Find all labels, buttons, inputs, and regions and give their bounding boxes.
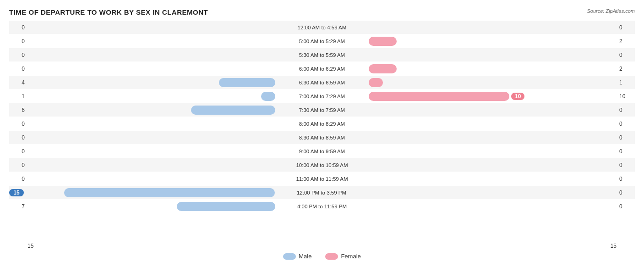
male-count: 0: [9, 176, 27, 182]
bar-section: 12:00 PM to 3:59 PM: [27, 188, 617, 197]
female-count: 1: [617, 79, 635, 86]
table-row: 0 5:00 AM to 5:29 AM 2: [9, 34, 635, 48]
female-count: 0: [617, 203, 635, 210]
male-bar: [219, 78, 275, 87]
table-row: 0 9:00 AM to 9:59 AM 0: [9, 145, 635, 158]
time-label: 6:00 AM to 6:29 AM: [276, 66, 368, 72]
table-row: 1 7:00 AM to 7:29 AM 10 10: [9, 89, 635, 103]
time-label: 5:30 AM to 5:59 AM: [276, 52, 368, 58]
bar-section: 5:00 AM to 5:29 AM: [27, 37, 617, 46]
male-bar-wrap: [27, 37, 276, 46]
female-bar-wrap: [368, 161, 617, 170]
legend-area: Male Female: [9, 253, 635, 260]
chart-title: TIME OF DEPARTURE TO WORK BY SEX IN CLAR…: [9, 8, 635, 16]
female-bar-wrap: 10: [368, 92, 617, 101]
bar-section: 4:00 PM to 11:59 PM: [27, 202, 617, 211]
bar-section: 6:00 AM to 6:29 AM: [27, 64, 617, 73]
male-bar-wrap: [27, 188, 276, 197]
legend-female: Female: [325, 253, 360, 260]
male-count: 0: [9, 52, 27, 58]
female-bar-wrap: [368, 119, 617, 128]
scale-row: 15 15: [9, 243, 635, 249]
male-bar-wrap: [27, 106, 276, 115]
male-bar-wrap: [27, 78, 276, 87]
bar-section: 7:30 AM to 7:59 AM: [27, 106, 617, 115]
female-count: 0: [617, 24, 635, 31]
source-label: Source: ZipAtlas.com: [587, 8, 635, 14]
female-bar-wrap: [368, 64, 617, 73]
male-bar-wrap: [27, 64, 276, 73]
bar-section: 8:30 AM to 8:59 AM: [27, 133, 617, 142]
time-label: 7:30 AM to 7:59 AM: [276, 107, 368, 113]
bar-section: 10:00 AM to 10:59 AM: [27, 161, 617, 170]
table-row: 0 5:30 AM to 5:59 AM 0: [9, 48, 635, 61]
female-color-swatch: [325, 253, 338, 260]
male-bar-wrap: [27, 119, 276, 128]
male-count: 1: [9, 93, 27, 100]
female-count: 0: [617, 134, 635, 141]
time-label: 4:00 PM to 11:59 PM: [276, 204, 368, 209]
female-count: 0: [617, 121, 635, 127]
male-count: 0: [9, 162, 27, 168]
male-bar: [261, 92, 275, 101]
table-row: 0 10:00 AM to 10:59 AM 0: [9, 158, 635, 172]
time-label: 8:00 AM to 8:29 AM: [276, 121, 368, 127]
female-bar-wrap: [368, 23, 617, 32]
table-row: 6 7:30 AM to 7:59 AM 0: [9, 103, 635, 117]
male-count: 0: [9, 121, 27, 127]
male-count: 0: [9, 38, 27, 45]
female-bar-wrap: [368, 133, 617, 142]
female-count: 0: [617, 189, 635, 196]
bar-section: 5:30 AM to 5:59 AM: [27, 50, 617, 60]
table-row: 0 8:30 AM to 8:59 AM 0: [9, 131, 635, 144]
female-count: 0: [617, 107, 635, 113]
female-bar-wrap: [368, 147, 617, 156]
legend-male: Male: [283, 253, 311, 260]
male-count: 0: [9, 134, 27, 141]
time-label: 12:00 PM to 3:59 PM: [276, 190, 367, 195]
female-label: Female: [341, 253, 360, 260]
female-count: 0: [617, 52, 635, 58]
male-bar-wrap: [27, 50, 276, 60]
male-bar: [191, 106, 275, 115]
time-label: 9:00 AM to 9:59 AM: [276, 149, 368, 154]
time-label: 11:00 AM to 11:59 AM: [276, 176, 368, 182]
male-bar: [177, 202, 275, 211]
chart-container: TIME OF DEPARTURE TO WORK BY SEX IN CLAR…: [0, 0, 644, 273]
female-badge-10: 10: [511, 93, 524, 100]
male-bar-wrap: [27, 174, 276, 184]
bar-section: 9:00 AM to 9:59 AM: [27, 147, 617, 156]
table-row: 15 12:00 PM to 3:59 PM 0: [9, 186, 635, 199]
female-bar-wrap: [367, 188, 617, 197]
time-label: 7:00 AM to 7:29 AM: [276, 94, 368, 99]
time-label: 12:00 AM to 4:59 AM: [276, 25, 368, 30]
table-row: 0 11:00 AM to 11:59 AM 0: [9, 172, 635, 185]
male-bar-wrap: [27, 133, 276, 142]
scale-left: 15: [27, 243, 33, 249]
female-bar-wrap: [368, 202, 617, 211]
male-count: 0: [9, 24, 27, 31]
male-count: 0: [9, 66, 27, 72]
time-label: 8:30 AM to 8:59 AM: [276, 135, 368, 140]
male-label: Male: [299, 253, 311, 260]
female-count: 0: [617, 162, 635, 168]
time-label: 10:00 AM to 10:59 AM: [276, 162, 368, 168]
female-bar: [369, 78, 383, 87]
female-count: 0: [617, 148, 635, 155]
female-bar-wrap: [368, 37, 617, 46]
female-count: 0: [617, 176, 635, 182]
time-label: 5:00 AM to 5:29 AM: [276, 39, 368, 44]
female-count: 2: [617, 38, 635, 45]
male-bar-wrap: [27, 202, 276, 211]
chart-area: 0 12:00 AM to 4:59 AM 0 0 5:00 AM to 5:2…: [9, 21, 635, 241]
bar-section: 8:00 AM to 8:29 AM: [27, 119, 617, 128]
table-row: 4 6:30 AM to 6:59 AM 1: [9, 76, 635, 89]
male-bar-wrap: [27, 23, 276, 32]
table-row: 0 8:00 AM to 8:29 AM 0: [9, 117, 635, 130]
female-bar-wrap: [368, 50, 617, 60]
table-row: 0 12:00 AM to 4:59 AM 0: [9, 21, 635, 34]
male-count: 7: [9, 203, 27, 210]
female-bar-wrap: [368, 174, 617, 184]
left-badge-value: 15: [9, 189, 24, 196]
male-bar: [64, 188, 275, 197]
